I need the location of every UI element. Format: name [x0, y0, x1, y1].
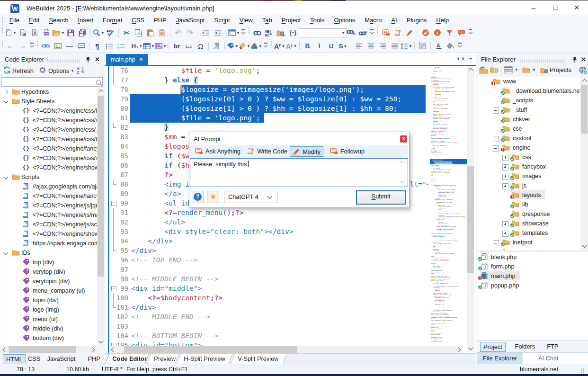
tb-script[interactable]	[211, 40, 223, 52]
tree-item--cdn-engine-showc[interactable]: {}<?=CDN;?>/engine/showc	[0, 163, 97, 172]
tb-new-doc-a[interactable]: A	[28, 27, 40, 38]
doc-type-tab-php[interactable]: PHP	[85, 354, 103, 363]
scrollbar-thumb[interactable]	[467, 166, 474, 273]
view-tab-code-editor[interactable]: Code Editor	[105, 354, 149, 364]
tree-item-ids[interactable]: IDs	[0, 248, 97, 258]
textarea-scroll-up-icon[interactable]	[400, 161, 405, 165]
menu-macro[interactable]: Macro	[360, 14, 386, 26]
editor-vscrollbar[interactable]	[467, 66, 474, 352]
tree-item--ajax-googleapis-com-aja[interactable]: //ajax.googleapis.com/aja	[0, 182, 97, 191]
tb-bullet-list[interactable]	[103, 40, 115, 52]
menu-file[interactable]: File	[5, 14, 24, 26]
tb-nbsp[interactable]	[183, 40, 195, 52]
scrollbar-thumb[interactable]	[124, 346, 297, 353]
tree-item-topin-div-[interactable]: topin (div)	[0, 295, 97, 305]
tree-item--cdn-engine-css-si[interactable]: {}<?=CDN;?>/engine/css/si	[0, 153, 97, 163]
tb-find-previous[interactable]	[357, 27, 369, 38]
panel-tab-ai-chat[interactable]: AI Chat	[533, 353, 564, 364]
tree-item--cdn-engine-js-jqu[interactable]: <?=CDN;?>/engine/js/jqu	[0, 201, 97, 210]
tree-item-https-spark-engaga-com-[interactable]: https://spark.engaga.com,	[0, 239, 97, 248]
tb-font-color[interactable]: A	[433, 40, 445, 52]
dialog-tool-modify[interactable]: Modify	[290, 146, 323, 157]
tb-undo[interactable]: ↶	[172, 27, 184, 38]
tb-validate[interactable]	[420, 27, 432, 38]
editor-hscrollbar[interactable]	[109, 346, 463, 353]
tb-text-block[interactable]	[417, 40, 428, 52]
tb-strikethrough[interactable]: S▼	[337, 40, 349, 52]
file-item-popup-php[interactable]: popup.php	[477, 281, 588, 290]
menu-php[interactable]: PHP	[149, 14, 171, 26]
menu-insert[interactable]: Insert	[73, 14, 98, 26]
collapse-icon[interactable]	[4, 251, 9, 255]
toolbar-grip[interactable]	[1, 40, 3, 47]
tree-item-verytopin-div-[interactable]: verytopin (div)	[0, 277, 97, 286]
toolbar-grip[interactable]	[377, 27, 379, 34]
tree-item--cdn-engine-fancy[interactable]: <?=CDN;?>/engine/fancy	[0, 191, 97, 201]
resize-grip[interactable]	[580, 368, 585, 373]
toolbar-overflow-icon[interactable]	[468, 29, 473, 34]
close-panel-icon[interactable]: ✕	[581, 56, 586, 63]
tb-line-spacing[interactable]: ▼	[401, 40, 412, 52]
refresh-button[interactable]: Refresh	[12, 67, 34, 74]
menu-format[interactable]: Format	[98, 14, 127, 26]
tb-align-left[interactable]	[353, 40, 365, 52]
menu-script[interactable]: Script	[209, 14, 234, 26]
tb-open-file[interactable]: ▼	[52, 27, 65, 38]
tb-tag[interactable]: ▼	[227, 40, 239, 52]
fold-collapse-box[interactable]	[111, 286, 116, 291]
tb-copy[interactable]	[133, 27, 144, 38]
file-item-blank-php[interactable]: blank.php	[477, 252, 588, 262]
tb-new-html[interactable]: <>	[17, 27, 28, 38]
tb-outdent[interactable]	[212, 27, 224, 38]
file-item-main-php[interactable]: main.php	[477, 271, 588, 281]
tb-table[interactable]: ▼	[143, 40, 155, 52]
tb-paragraph[interactable]: ¶	[91, 40, 103, 52]
view-tab-h-split-preview[interactable]: H-Split Preview	[177, 354, 233, 364]
close-button[interactable]: ✕	[569, 1, 585, 15]
folder-item-cse[interactable]: cse	[477, 124, 580, 134]
fe-mode-tab-folders[interactable]: Folders	[512, 342, 538, 351]
tag-dropdown-icon[interactable]: ▼	[235, 44, 239, 48]
tb-bold[interactable]: B	[302, 40, 313, 52]
tb-filter[interactable]	[444, 27, 455, 38]
fe-mode-tab-project[interactable]: Project	[480, 342, 506, 352]
tree-item-scripts[interactable]: Scripts	[0, 172, 97, 182]
toolbar-overflow-icon[interactable]	[241, 29, 246, 34]
table-dropdown-icon[interactable]: ▼	[151, 44, 155, 48]
tb-align-right[interactable]	[377, 40, 389, 52]
tb-italic[interactable]: I	[313, 40, 325, 52]
menu-help[interactable]: Help	[431, 14, 454, 26]
tree-item-verytop-div-[interactable]: verytop (div)	[0, 267, 97, 277]
code-explorer-hscrollbar[interactable]	[0, 346, 97, 353]
file-tab-close-icon[interactable]: ✕	[139, 56, 143, 63]
folder-item-layouts[interactable]: layouts	[477, 190, 580, 200]
tb-clipboard[interactable]	[156, 27, 168, 38]
tb-hyperlink[interactable]	[40, 40, 52, 52]
expand-box-icon[interactable]	[502, 183, 508, 189]
tb-panel-view[interactable]: ▼	[228, 27, 240, 38]
menu-options[interactable]: Options	[329, 14, 360, 26]
menu-plugins[interactable]: Plugins	[402, 14, 432, 26]
code-explorer-vscrollbar[interactable]	[97, 87, 105, 346]
tree-item-middle-div-[interactable]: middle (div)	[0, 324, 97, 333]
menu-edit[interactable]: Edit	[24, 14, 44, 26]
file-tab-main-php[interactable]: main.php ✕	[106, 54, 148, 65]
tab-scroll-right-icon[interactable]	[463, 57, 466, 61]
pin-icon[interactable]	[572, 56, 578, 63]
tb-nav-forward[interactable]: →	[17, 40, 28, 52]
tree-item--cdn-engine-css-la[interactable]: {}<?=CDN;?>/engine/css/la	[0, 106, 97, 116]
tb-redo[interactable]: ↷	[184, 27, 196, 38]
folder-item-_scripts[interactable]: _scripts	[477, 96, 580, 105]
expand-box-icon[interactable]	[493, 136, 499, 142]
tb-comment[interactable]	[75, 40, 87, 52]
collapse-icon[interactable]	[4, 99, 9, 104]
fold-collapse-box[interactable]	[111, 201, 116, 206]
folder-item-inetprot[interactable]: inetprot	[477, 238, 580, 247]
menu-search[interactable]: Search	[44, 14, 73, 26]
file-item-form-php[interactable]: form.php	[477, 262, 588, 271]
tree-item--cdn-engine-js-ma[interactable]: <?=CDN;?>/engine/js/ma	[0, 210, 97, 220]
tb-underline[interactable]: U	[325, 40, 337, 52]
expand-box-icon[interactable]	[493, 240, 499, 246]
tb-align-justify[interactable]	[389, 40, 401, 52]
tb-new-file[interactable]: ▼	[5, 27, 17, 38]
